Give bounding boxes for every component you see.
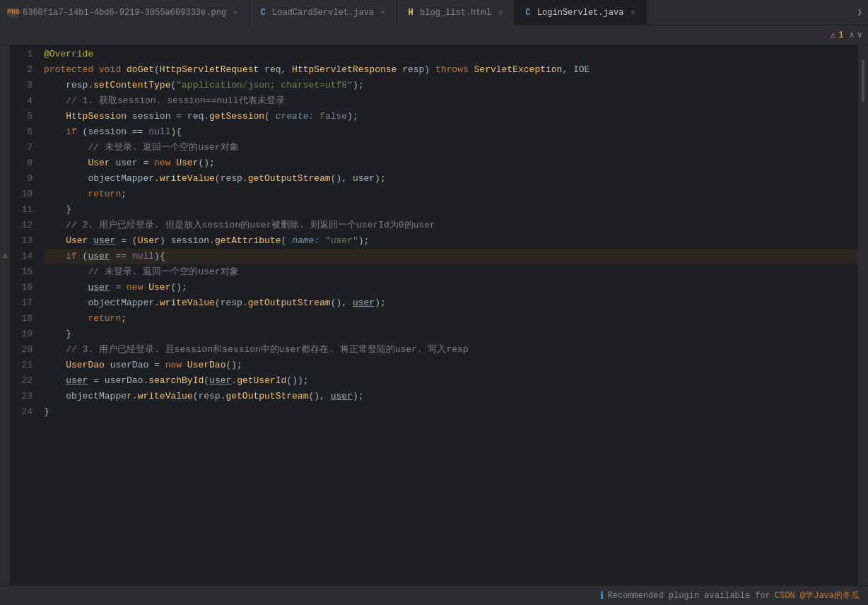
gutter-line11 <box>0 201 10 216</box>
tab-png-close[interactable]: × <box>230 8 240 18</box>
gutter-line16 <box>0 278 10 294</box>
gutter-line8 <box>0 154 10 170</box>
nav-down[interactable]: ∨ <box>857 30 862 40</box>
tab-bloglist-close[interactable]: × <box>495 8 505 18</box>
code-line-9: objectMapper. writeValue (resp. getOutpu… <box>44 171 858 187</box>
gutter-line3 <box>0 76 10 92</box>
status-bar: ℹ Recommended plugin available for CSDN … <box>0 585 868 605</box>
overflow-chevron: ❯ <box>857 7 862 18</box>
toolbar: ⚠ 1 ∧ ∨ <box>0 25 868 45</box>
code-line-7: // 未登录. 返回一个空的user对象 <box>44 140 858 155</box>
code-line-8: User user = new User (); <box>44 155 858 171</box>
gutter-line7 <box>0 139 10 154</box>
code-line-13: User user = ( User ) session. getAttribu… <box>44 233 858 249</box>
gutter-line9 <box>0 170 10 185</box>
tab-loginservlet[interactable]: C LoginServlet.java × <box>515 0 647 25</box>
gutter-line2 <box>0 61 10 76</box>
status-info-text: Recommended plugin available for <box>608 591 770 601</box>
tab-loginservlet-label: LoginServlet.java <box>537 8 623 18</box>
gutter-line23 <box>0 387 10 403</box>
gutter-line15 <box>0 263 10 278</box>
tab-png-label: 6360f1a7-14b1-4bd6-9219-3055a609333e.png <box>23 8 226 18</box>
png-icon: PNG <box>8 8 18 18</box>
nav-up[interactable]: ∧ <box>850 30 855 40</box>
gutter-line24 <box>0 403 10 418</box>
code-line-12: // 2. 用户已经登录. 但是放入session的user被删除. 则返回一个… <box>44 218 858 233</box>
code-line-17: objectMapper. writeValue (resp. getOutpu… <box>44 295 858 311</box>
warning-icon: ⚠ <box>831 30 835 40</box>
status-info: ℹ Recommended plugin available for CSDN … <box>600 589 860 601</box>
scroll-thumb[interactable] <box>862 59 864 102</box>
code-line-10: return ; <box>44 187 858 202</box>
gutter-line18 <box>0 310 10 325</box>
loadcard-icon: C <box>258 8 268 18</box>
code-line-11: } <box>44 202 858 218</box>
tab-loadcard-close[interactable]: × <box>378 8 388 18</box>
tab-loadcard-label: LoadCardServlet.java <box>272 8 374 18</box>
gutter-line10 <box>0 185 10 201</box>
gutter-line20 <box>0 341 10 356</box>
tab-bloglist-label: blog_list.html <box>420 8 491 18</box>
code-line-21: UserDao userDao = new UserDao (); <box>44 358 858 373</box>
gutter-line4 <box>0 92 10 107</box>
info-icon: ℹ <box>600 589 604 601</box>
tab-png[interactable]: PNG 6360f1a7-14b1-4bd6-9219-3055a609333e… <box>0 0 250 25</box>
gutter-line19 <box>0 325 10 341</box>
tab-loginservlet-close[interactable]: × <box>628 8 638 18</box>
scrollbar[interactable] <box>858 45 868 585</box>
code-line-15: // 未登录. 返回一个空的user对象 <box>44 264 858 280</box>
code-line-6: if (session == null ){ <box>44 124 858 140</box>
gutter-line13 <box>0 232 10 247</box>
warning-badge[interactable]: ⚠ 1 ∧ ∨ <box>831 30 862 40</box>
tab-bloglist[interactable]: H blog_list.html × <box>397 0 515 25</box>
code-line-19: } <box>44 327 858 342</box>
code-line-1: @Override <box>44 47 858 62</box>
code-line-5: HttpSession session = req. getSession ( … <box>44 109 858 124</box>
code-line-23: objectMapper. writeValue (resp. getOutpu… <box>44 389 858 404</box>
bloglist-icon: H <box>406 8 416 18</box>
gutter-line5 <box>0 107 10 123</box>
code-content[interactable]: @Override protected void doGet ( HttpSer… <box>38 45 858 585</box>
gutter-line22 <box>0 372 10 387</box>
gutter-line1 <box>0 45 10 61</box>
tab-bar: PNG 6360f1a7-14b1-4bd6-9219-3055a609333e… <box>0 0 868 25</box>
tab-loadcard[interactable]: C LoadCardServlet.java × <box>250 0 397 25</box>
gutter-line12 <box>0 216 10 232</box>
code-line-4: // 1. 获取session. session==null代表未登录 <box>44 93 858 109</box>
tab-overflow[interactable]: ❯ <box>852 7 868 18</box>
code-line-2: protected void doGet ( HttpServletReques… <box>44 62 858 78</box>
gutter: ⚠ <box>0 45 10 585</box>
code-line-14: if ( user == null ){ <box>44 249 858 264</box>
warn-triangle-14: ⚠ <box>3 251 8 260</box>
gutter-line14: ⚠ <box>0 247 10 263</box>
line-numbers: 12345 678910 1112131415 1617181920 21222… <box>10 45 38 585</box>
loginservlet-icon: C <box>523 8 533 18</box>
gutter-line17 <box>0 294 10 310</box>
gutter-line6 <box>0 123 10 139</box>
code-line-16: user = new User (); <box>44 280 858 295</box>
code-line-22: user = userDao. searchById ( user . getU… <box>44 373 858 389</box>
code-line-24: } <box>44 404 858 420</box>
gutter-line21 <box>0 356 10 372</box>
code-line-18: return ; <box>44 311 858 327</box>
code-line-20: // 3. 用户已经登录. 且session和session中的user都存在.… <box>44 342 858 358</box>
status-brand: CSDN @学Java的冬瓜 <box>775 589 860 601</box>
code-line-3: resp. setContentType ( "application/json… <box>44 78 858 93</box>
warning-count: 1 <box>838 30 843 40</box>
code-editor: ⚠ 12345 678910 1112131415 1617181920 212… <box>0 45 868 585</box>
